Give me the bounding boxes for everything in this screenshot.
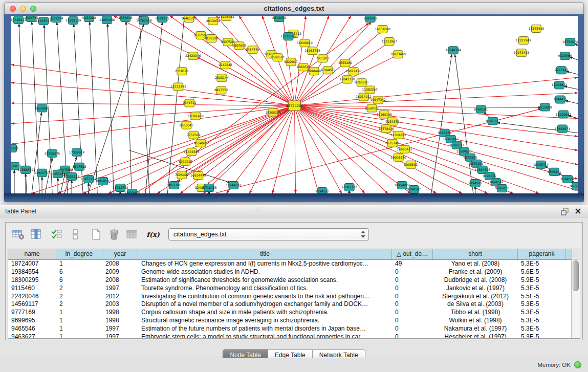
table-cell-out_degree: 0 (392, 309, 433, 317)
table-cell-in_degree: 2 (56, 293, 102, 301)
column-header-short[interactable]: short (433, 249, 518, 259)
table-cell-title: Tourette syndrome. Phenomenology and cla… (138, 285, 392, 293)
table-cell-out_degree: 0 (392, 285, 433, 293)
column-header-name[interactable]: name (8, 249, 56, 259)
table-cell-pagerank: 5.6E-5 (518, 268, 566, 276)
table-cell-short: Dudbridge et al. (2008) (433, 276, 518, 285)
table-cell-title: Estimation of the future numbers of pati… (138, 325, 392, 333)
table-row[interactable]: 946362711997Embryonic stem cells: a mode… (8, 333, 580, 339)
table-cell-title: Changes of HCN gene expression and I(f) … (138, 260, 392, 268)
table-cell-year: 1997 (102, 333, 138, 339)
node-table: namein_degreeyeartitle△ out_de…shortpage… (8, 249, 580, 339)
table-cell-out_degree: 0 (392, 293, 433, 301)
table-cell-year: 2012 (102, 293, 138, 301)
column-header-out_degree[interactable]: △ out_de… (392, 249, 433, 259)
table-row[interactable]: 1872400712008Changes of HCN gene express… (8, 260, 580, 268)
table-row[interactable]: 1456911722003Disruption of a novel membe… (8, 300, 580, 309)
table-source-value: citations_edges.txt (173, 231, 227, 238)
table-cell-out_degree: 0 (392, 333, 433, 339)
table-panel-header: Table Panel (0, 205, 588, 217)
table-cell-title: Estimation of significance thresholds fo… (138, 276, 392, 285)
table-cell-pagerank: 5.9E-5 (518, 276, 566, 285)
table-cell-year: 2008 (102, 260, 138, 268)
vertical-scrollbar[interactable] (571, 259, 580, 338)
function-icon[interactable]: f(x) (146, 228, 160, 240)
table-cell-short: Wolkin et al. (1998) (433, 317, 518, 325)
table-header-row: namein_degreeyeartitle△ out_de…shortpage… (8, 249, 580, 260)
new-table-icon[interactable] (90, 228, 103, 240)
table-column-icon[interactable] (30, 228, 43, 240)
column-header-title[interactable]: title (138, 249, 392, 259)
table-cell-title: Embryonic stem cells: a model to study s… (138, 333, 392, 339)
table-cell-in_degree: 1 (56, 333, 102, 339)
table-cell-name: 22420046 (8, 293, 56, 301)
table-cell-pagerank: 5.3E-5 (518, 300, 566, 309)
table-body: 1872400712008Changes of HCN gene express… (8, 260, 580, 339)
table-cell-title: Disruption of a novel member of a sodium… (138, 300, 392, 309)
table-cell-out_degree: 0 (392, 300, 433, 309)
row-checks-icon[interactable] (51, 228, 64, 240)
table-cell-pagerank: 5.3E-5 (518, 285, 566, 293)
table-cell-year: 1997 (102, 325, 138, 333)
table-cell-short: de Silva et al. (2003) (433, 300, 518, 309)
table-cell-title: Genome-wide association studies in ADHD. (138, 268, 392, 276)
memory-status-label: Memory: OK (537, 362, 571, 368)
table-cell-in_degree: 2 (56, 300, 102, 309)
window-titlebar[interactable]: citations_edges.txt (4, 2, 584, 14)
network-view-window: citations_edges.txt 18724007183002959127… (4, 2, 584, 202)
column-header-in_degree[interactable]: in_degree (56, 249, 102, 259)
table-settings-icon[interactable] (12, 228, 25, 240)
table-cell-name: 9115460 (8, 285, 56, 293)
table-source-select[interactable]: citations_edges.txt (168, 228, 369, 240)
table-cell-short: Franke et al. (2009) (433, 268, 518, 276)
delete-table-icon[interactable] (107, 228, 121, 240)
table-cell-out_degree: 0 (392, 317, 433, 325)
table-row[interactable]: 2242004622012Investigating the contribut… (8, 293, 580, 301)
table-cell-out_degree: 0 (392, 325, 433, 333)
scrollbar-corner (572, 249, 580, 259)
table-cell-title: Corpus callosum shape and size in male p… (138, 309, 392, 317)
column-header-year[interactable]: year (102, 249, 138, 259)
table-cell-in_degree: 1 (56, 309, 102, 317)
table-cell-name: 19384554 (8, 268, 56, 276)
network-canvas[interactable]: 1872400718300295912750881863289327508286… (11, 16, 578, 193)
application-window: citations_edges.txt 18724007183002959127… (0, 0, 588, 372)
scrollbar-thumb[interactable] (573, 260, 579, 291)
table-cell-title: Investigating the contribution of common… (138, 293, 392, 301)
table-cell-short: Stergiakouli et al. (2012) (433, 293, 518, 301)
table-cell-name: 9463627 (8, 333, 56, 339)
table-row[interactable]: 977716911998Corpus callosum shape and si… (8, 309, 580, 317)
float-panel-icon[interactable] (560, 208, 570, 215)
table-panel-body: f(x) citations_edges.txt namein_degreeye… (0, 217, 588, 358)
narrow-rows-icon[interactable] (69, 228, 82, 240)
table-row[interactable]: 946554611997Estimation of the future num… (8, 325, 580, 333)
table-cell-short: Hescheler et al. (1997) (433, 333, 518, 339)
panel-divider-grip[interactable] (254, 206, 260, 211)
close-panel-icon[interactable] (575, 208, 582, 215)
table-cell-pagerank: 5.3E-5 (518, 260, 566, 268)
table-cell-name: 14569117 (8, 300, 56, 309)
window-title: citations_edges.txt (5, 5, 583, 12)
table-cell-in_degree: 1 (56, 260, 102, 268)
table-row[interactable]: 1938455462009Genome-wide association stu… (8, 268, 580, 276)
table-cell-in_degree: 6 (56, 268, 102, 276)
table-cell-year: 2009 (102, 268, 138, 276)
memory-status-icon[interactable] (574, 361, 581, 368)
canvas-resize-grip[interactable] (11, 16, 577, 193)
table-toolbar: f(x) citations_edges.txt (6, 223, 582, 246)
table-row[interactable]: 969969511998Structural magnetic resonanc… (8, 317, 580, 325)
table-cell-out_degree: 49 (392, 260, 433, 268)
table-cell-pagerank: 5.5E-5 (518, 293, 566, 301)
table-cell-name: 18300295 (8, 276, 56, 285)
table-row[interactable]: 1830029562008Estimation of significance … (8, 276, 580, 285)
table-cell-pagerank: 5.3E-5 (518, 333, 566, 339)
network-window-frame: 1872400718300295912750881863289327508286… (4, 14, 584, 202)
table-cell-title: Structural magnetic resonance image aver… (138, 317, 392, 325)
table-cell-year: 2003 (102, 300, 138, 309)
table-cell-name: 9699695 (8, 317, 56, 325)
table-panel-inner: f(x) citations_edges.txt namein_degreeye… (5, 222, 583, 340)
table-row[interactable]: 911546021997Tourette syndrome. Phenomeno… (8, 285, 580, 293)
table-cell-year: 1997 (102, 285, 138, 293)
table-cell-in_degree: 1 (56, 325, 102, 333)
column-header-pagerank[interactable]: pagerank (518, 249, 566, 259)
